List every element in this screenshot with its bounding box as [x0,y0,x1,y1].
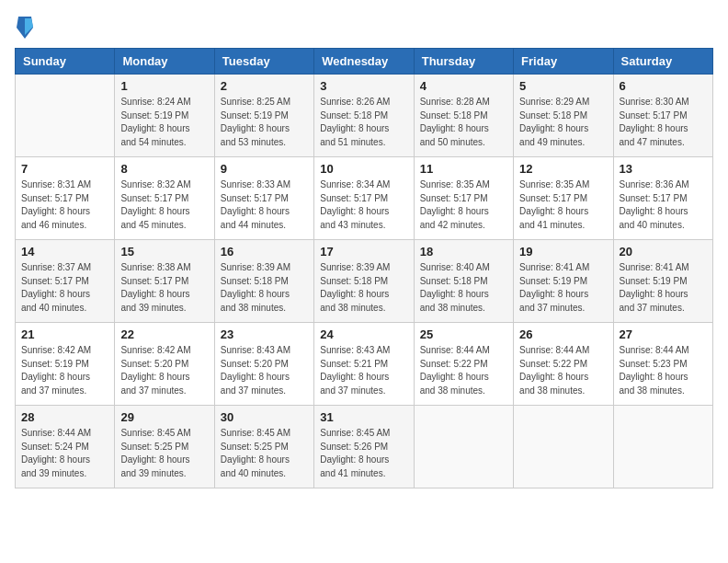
calendar-cell: 21Sunrise: 8:42 AM Sunset: 5:19 PM Dayli… [16,323,115,406]
column-header-friday: Friday [514,49,613,75]
calendar-cell: 22Sunrise: 8:42 AM Sunset: 5:20 PM Dayli… [115,323,214,406]
day-number: 6 [620,79,707,93]
calendar-week-row: 28Sunrise: 8:44 AM Sunset: 5:24 PM Dayli… [16,406,713,488]
day-number: 18 [420,245,507,259]
calendar-cell: 13Sunrise: 8:36 AM Sunset: 5:17 PM Dayli… [613,157,712,240]
day-number: 17 [320,245,407,259]
day-info: Sunrise: 8:45 AM Sunset: 5:25 PM Dayligh… [120,427,208,480]
day-info: Sunrise: 8:44 AM Sunset: 5:24 PM Dayligh… [21,427,108,480]
calendar-cell: 19Sunrise: 8:41 AM Sunset: 5:19 PM Dayli… [514,240,613,323]
day-info: Sunrise: 8:38 AM Sunset: 5:17 PM Dayligh… [120,261,208,315]
calendar-table: SundayMondayTuesdayWednesdayThursdayFrid… [15,48,713,488]
day-info: Sunrise: 8:45 AM Sunset: 5:25 PM Dayligh… [221,427,308,480]
calendar-cell [16,75,115,157]
day-info: Sunrise: 8:35 AM Sunset: 5:17 PM Dayligh… [420,178,507,232]
logo-icon [15,15,35,40]
day-number: 31 [320,410,407,424]
column-header-thursday: Thursday [414,49,513,75]
day-number: 7 [21,162,108,176]
day-info: Sunrise: 8:25 AM Sunset: 5:19 PM Dayligh… [221,96,308,149]
column-header-saturday: Saturday [613,49,712,75]
day-info: Sunrise: 8:37 AM Sunset: 5:17 PM Dayligh… [21,261,108,315]
day-info: Sunrise: 8:39 AM Sunset: 5:18 PM Dayligh… [221,261,308,315]
day-info: Sunrise: 8:44 AM Sunset: 5:23 PM Dayligh… [620,344,707,397]
calendar-cell: 25Sunrise: 8:44 AM Sunset: 5:22 PM Dayli… [414,323,513,406]
day-info: Sunrise: 8:39 AM Sunset: 5:18 PM Dayligh… [320,261,407,315]
logo [15,15,39,40]
calendar-week-row: 7Sunrise: 8:31 AM Sunset: 5:17 PM Daylig… [16,157,713,240]
calendar-cell [613,406,712,488]
day-number: 26 [519,327,607,341]
day-info: Sunrise: 8:42 AM Sunset: 5:19 PM Dayligh… [21,344,108,397]
day-number: 23 [221,327,308,341]
day-info: Sunrise: 8:33 AM Sunset: 5:17 PM Dayligh… [221,178,308,232]
calendar-cell: 10Sunrise: 8:34 AM Sunset: 5:17 PM Dayli… [314,157,414,240]
calendar-cell: 5Sunrise: 8:29 AM Sunset: 5:18 PM Daylig… [514,75,613,157]
day-number: 22 [120,327,208,341]
day-number: 12 [519,162,607,176]
day-number: 25 [420,327,507,341]
calendar-cell: 15Sunrise: 8:38 AM Sunset: 5:17 PM Dayli… [115,240,214,323]
day-number: 20 [620,245,707,259]
calendar-cell [414,406,513,488]
day-number: 30 [221,410,308,424]
day-info: Sunrise: 8:42 AM Sunset: 5:20 PM Dayligh… [120,344,208,397]
column-header-wednesday: Wednesday [314,49,414,75]
day-info: Sunrise: 8:36 AM Sunset: 5:17 PM Dayligh… [620,178,707,232]
day-number: 2 [221,79,308,93]
calendar-cell: 4Sunrise: 8:28 AM Sunset: 5:18 PM Daylig… [414,75,513,157]
column-header-tuesday: Tuesday [214,49,313,75]
day-info: Sunrise: 8:41 AM Sunset: 5:19 PM Dayligh… [519,261,607,315]
day-info: Sunrise: 8:43 AM Sunset: 5:20 PM Dayligh… [221,344,308,397]
day-number: 9 [221,162,308,176]
day-info: Sunrise: 8:34 AM Sunset: 5:17 PM Dayligh… [320,178,407,232]
day-info: Sunrise: 8:35 AM Sunset: 5:17 PM Dayligh… [519,178,607,232]
day-number: 19 [519,245,607,259]
calendar-cell: 6Sunrise: 8:30 AM Sunset: 5:17 PM Daylig… [613,75,712,157]
day-info: Sunrise: 8:24 AM Sunset: 5:19 PM Dayligh… [120,96,208,149]
day-number: 13 [620,162,707,176]
header [15,15,713,40]
calendar-cell: 3Sunrise: 8:26 AM Sunset: 5:18 PM Daylig… [314,75,414,157]
day-number: 28 [21,410,108,424]
calendar-cell: 16Sunrise: 8:39 AM Sunset: 5:18 PM Dayli… [214,240,313,323]
calendar-cell: 11Sunrise: 8:35 AM Sunset: 5:17 PM Dayli… [414,157,513,240]
day-number: 21 [21,327,108,341]
day-info: Sunrise: 8:31 AM Sunset: 5:17 PM Dayligh… [21,178,108,232]
day-number: 27 [620,327,707,341]
day-number: 15 [120,245,208,259]
day-number: 10 [320,162,407,176]
day-info: Sunrise: 8:44 AM Sunset: 5:22 PM Dayligh… [519,344,607,397]
day-number: 24 [320,327,407,341]
column-header-sunday: Sunday [16,49,115,75]
calendar-cell: 31Sunrise: 8:45 AM Sunset: 5:26 PM Dayli… [314,406,414,488]
calendar-cell: 28Sunrise: 8:44 AM Sunset: 5:24 PM Dayli… [16,406,115,488]
calendar-cell: 8Sunrise: 8:32 AM Sunset: 5:17 PM Daylig… [115,157,214,240]
day-number: 29 [120,410,208,424]
day-info: Sunrise: 8:40 AM Sunset: 5:18 PM Dayligh… [420,261,507,315]
calendar-cell: 17Sunrise: 8:39 AM Sunset: 5:18 PM Dayli… [314,240,414,323]
day-info: Sunrise: 8:45 AM Sunset: 5:26 PM Dayligh… [320,427,407,480]
day-info: Sunrise: 8:26 AM Sunset: 5:18 PM Dayligh… [320,96,407,149]
calendar-cell: 18Sunrise: 8:40 AM Sunset: 5:18 PM Dayli… [414,240,513,323]
calendar-cell: 30Sunrise: 8:45 AM Sunset: 5:25 PM Dayli… [214,406,313,488]
day-number: 4 [420,79,507,93]
day-number: 8 [120,162,208,176]
calendar-week-row: 14Sunrise: 8:37 AM Sunset: 5:17 PM Dayli… [16,240,713,323]
calendar-cell: 12Sunrise: 8:35 AM Sunset: 5:17 PM Dayli… [514,157,613,240]
day-info: Sunrise: 8:41 AM Sunset: 5:19 PM Dayligh… [620,261,707,315]
calendar-cell: 23Sunrise: 8:43 AM Sunset: 5:20 PM Dayli… [214,323,313,406]
column-header-monday: Monday [115,49,214,75]
day-info: Sunrise: 8:44 AM Sunset: 5:22 PM Dayligh… [420,344,507,397]
calendar-week-row: 1Sunrise: 8:24 AM Sunset: 5:19 PM Daylig… [16,75,713,157]
calendar-cell: 29Sunrise: 8:45 AM Sunset: 5:25 PM Dayli… [115,406,214,488]
day-info: Sunrise: 8:29 AM Sunset: 5:18 PM Dayligh… [519,96,607,149]
calendar-header-row: SundayMondayTuesdayWednesdayThursdayFrid… [16,49,713,75]
calendar-cell: 14Sunrise: 8:37 AM Sunset: 5:17 PM Dayli… [16,240,115,323]
day-number: 1 [120,79,208,93]
calendar-cell: 9Sunrise: 8:33 AM Sunset: 5:17 PM Daylig… [214,157,313,240]
day-info: Sunrise: 8:28 AM Sunset: 5:18 PM Dayligh… [420,96,507,149]
calendar-cell [514,406,613,488]
calendar-cell: 1Sunrise: 8:24 AM Sunset: 5:19 PM Daylig… [115,75,214,157]
calendar-cell: 24Sunrise: 8:43 AM Sunset: 5:21 PM Dayli… [314,323,414,406]
